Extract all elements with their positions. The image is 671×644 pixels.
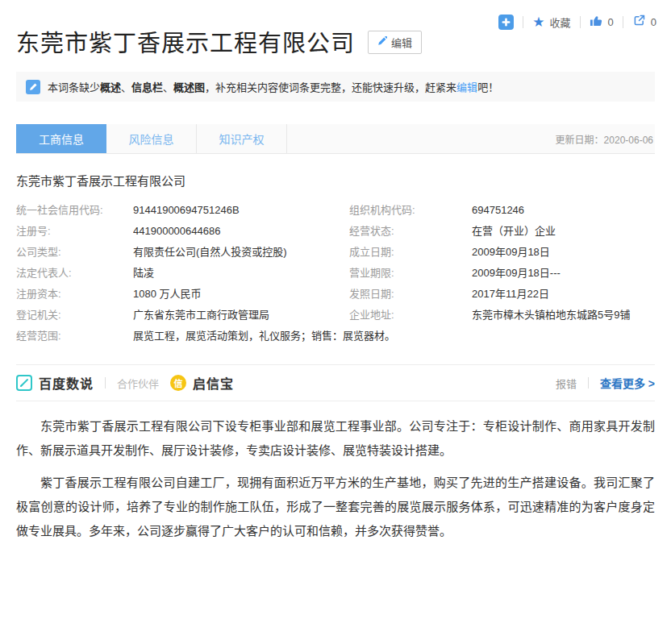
divider xyxy=(623,16,623,28)
field-value: 展览工程，展览活动策划，礼仪服务；销售：展览器材。 xyxy=(133,326,655,347)
field-value: 2009年09月18日 xyxy=(472,242,655,263)
thumb-up-icon xyxy=(590,14,603,30)
top-action-bar: ★ 收藏 0 0 xyxy=(498,12,656,31)
field-value: 东莞市樟木头镇柏地东城路5号9铺 xyxy=(472,305,655,326)
field-value: 441900000644686 xyxy=(133,221,349,242)
baike-company-page: ★ 收藏 0 0 东莞市紫丁香展示工程有限公司 编辑 xyxy=(0,0,671,644)
notice-text: 本词条缺少概述、信息栏、概述图，补充相关内容使词条更完整，还能快速升级，赶紧来编… xyxy=(48,79,498,94)
tab-intellectual-property[interactable]: 知识产权 xyxy=(197,124,287,153)
edit-pencil-icon xyxy=(26,80,40,94)
like-count: 0 xyxy=(608,16,614,28)
notice-separator: 、 xyxy=(121,81,131,93)
field-label: 法定代表人: xyxy=(16,263,133,284)
company-name-heading: 东莞市紫丁香展示工程有限公司 xyxy=(16,172,655,189)
baidu-shushuo-logo[interactable]: 百度数说 xyxy=(16,373,94,393)
notice-suffix: 吧！ xyxy=(477,81,498,93)
field-label: 注册资本: xyxy=(16,284,133,305)
notice-edit-link[interactable]: 编辑 xyxy=(456,81,477,93)
notice-missing-item: 概述图 xyxy=(173,81,205,93)
partner-bar: 百度数说 合作伙伴 信 启信宝 报错 查看更多 > xyxy=(16,364,655,401)
field-value: 694751246 xyxy=(472,200,655,221)
field-value: 1080 万人民币 xyxy=(133,284,349,305)
field-value: 91441900694751246B xyxy=(133,200,349,221)
field-label: 注册号: xyxy=(16,221,133,242)
favorite-label: 收藏 xyxy=(550,15,571,30)
field-label: 组织机构代码: xyxy=(349,200,472,221)
update-date: 更新日期：2020-06-06 xyxy=(556,132,655,146)
company-description: 东莞市紫丁香展示工程有限公司下设专柜事业部和展览工程事业部。公司专注于：专柜设计… xyxy=(16,414,655,543)
tab-risk-info[interactable]: 风险信息 xyxy=(106,124,197,153)
field-value: 在营（开业）企业 xyxy=(472,221,655,242)
edit-button-label: 编辑 xyxy=(391,35,412,50)
notice-missing-item: 信息栏 xyxy=(131,81,163,93)
field-value: 2009年09月18日--- xyxy=(472,263,655,284)
divider xyxy=(580,16,581,28)
field-label: 成立日期: xyxy=(349,242,472,263)
qixinbao-logo[interactable]: 信 启信宝 xyxy=(170,373,234,393)
page-title: 东莞市紫丁香展示工程有限公司 xyxy=(16,29,355,58)
notice-middle: ，补充相关内容使词条更完整，还能快速升级，赶紧来 xyxy=(205,81,456,93)
partner-bar-right: 报错 查看更多 > xyxy=(556,375,655,391)
description-paragraph: 东莞市紫丁香展示工程有限公司下设专柜事业部和展览工程事业部。公司专注于：专柜设计… xyxy=(16,414,655,463)
field-label: 公司类型: xyxy=(16,242,133,263)
field-label: 企业地址: xyxy=(349,305,472,326)
field-label: 统一社会信用代码: xyxy=(16,200,133,221)
notice-missing-item: 概述 xyxy=(100,81,121,93)
report-error-link[interactable]: 报错 xyxy=(556,376,577,391)
share-button[interactable]: 0 xyxy=(632,14,656,30)
pencil-icon xyxy=(377,36,387,48)
star-icon: ★ xyxy=(532,15,544,29)
edit-button[interactable]: 编辑 xyxy=(368,31,422,54)
divider xyxy=(523,16,523,28)
plus-icon xyxy=(498,15,514,30)
description-paragraph: 紫丁香展示工程有限公司自建工厂，现拥有面积近万平方米的生产基地，购买了先进的生产… xyxy=(16,471,655,543)
notice-separator: 、 xyxy=(163,81,173,93)
qixinbao-label: 启信宝 xyxy=(193,373,234,393)
share-icon xyxy=(632,14,646,30)
baidu-shushuo-icon xyxy=(16,375,32,391)
tab-business-info[interactable]: 工商信息 xyxy=(16,124,106,153)
add-to-collection-button[interactable] xyxy=(498,15,514,30)
field-label: 经营范围: xyxy=(16,326,133,347)
view-more-link[interactable]: 查看更多 > xyxy=(600,375,655,391)
field-value: 陆凌 xyxy=(133,263,349,284)
favorite-button[interactable]: ★ 收藏 xyxy=(532,15,570,30)
notice-bar: 本词条缺少概述、信息栏、概述图，补充相关内容使词条更完整，还能快速升级，赶紧来编… xyxy=(16,72,655,102)
field-value: 有限责任公司(自然人投资或控股) xyxy=(133,242,349,263)
qixinbao-icon: 信 xyxy=(170,375,186,391)
tab-bar: 工商信息 风险信息 知识产权 更新日期：2020-06-06 xyxy=(16,124,655,154)
partner-label: 合作伙伴 xyxy=(117,376,159,391)
share-count: 0 xyxy=(651,16,656,28)
like-button[interactable]: 0 xyxy=(590,14,614,30)
divider xyxy=(588,377,589,388)
field-label: 发照日期: xyxy=(349,284,472,305)
baidu-shushuo-label: 百度数说 xyxy=(39,373,94,393)
field-label: 营业期限: xyxy=(349,263,472,284)
field-label: 登记机关: xyxy=(16,305,133,326)
field-value: 广东省东莞市工商行政管理局 xyxy=(133,305,349,326)
business-info-table: 统一社会信用代码: 91441900694751246B 组织机构代码: 694… xyxy=(16,200,655,347)
field-value: 2017年11月22日 xyxy=(472,284,655,305)
notice-prefix: 本词条缺少 xyxy=(48,81,100,93)
divider xyxy=(105,377,106,388)
field-label: 经营状态: xyxy=(349,221,472,242)
